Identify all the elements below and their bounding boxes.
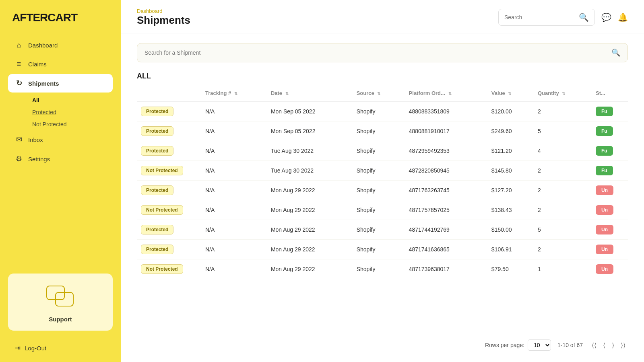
- table-row[interactable]: Not Protected N/A Mon Aug 29 2022 Shopif…: [137, 259, 628, 279]
- table-row[interactable]: Protected N/A Mon Aug 29 2022 Shopify 48…: [137, 220, 628, 240]
- logout-icon: ⇥: [14, 343, 21, 352]
- sidebar-item-shipments-label: Shipments: [28, 80, 59, 87]
- table-row[interactable]: Not Protected N/A Tue Aug 30 2022 Shopif…: [137, 161, 628, 181]
- support-box[interactable]: Support: [8, 274, 113, 331]
- topbar: Dashboard Shipments 🔍 💬 🔔: [121, 0, 644, 33]
- cell-value-7: $106.91: [487, 240, 534, 259]
- col-header-value[interactable]: Value ⇅: [487, 85, 534, 101]
- table-row[interactable]: Protected N/A Mon Sep 05 2022 Shopify 48…: [137, 101, 628, 121]
- cell-quantity-1: 5: [534, 121, 592, 141]
- sub-nav-not-protected[interactable]: Not Protected: [27, 118, 113, 130]
- cell-value-4: $127.20: [487, 181, 534, 200]
- fulfillment-badge: Fu: [596, 126, 613, 136]
- last-page-button[interactable]: ⟩⟩: [618, 340, 628, 351]
- col-header-status: [137, 85, 201, 101]
- shipments-sub-nav: All Protected Not Protected: [8, 94, 113, 130]
- cell-platform-ord-0: 4880883351809: [405, 101, 487, 121]
- inbox-icon: ✉: [14, 135, 23, 144]
- fulfillment-badge: Fu: [596, 166, 613, 175]
- protection-badge: Protected: [141, 185, 173, 195]
- cell-tracking-8: N/A: [201, 259, 267, 279]
- cell-source-6: Shopify: [353, 220, 405, 240]
- shipments-table: Tracking # ⇅ Date ⇅ Source ⇅ Platform Or…: [137, 85, 628, 279]
- prev-page-button[interactable]: ⟨: [601, 340, 608, 351]
- sub-nav-protected[interactable]: Protected: [27, 106, 113, 118]
- sidebar-item-shipments[interactable]: ↻ Shipments: [8, 74, 113, 93]
- home-icon: ⌂: [14, 41, 23, 49]
- cell-badge-7: Protected: [137, 240, 201, 259]
- topbar-bell-icon[interactable]: 🔔: [618, 12, 628, 22]
- sidebar-item-dashboard[interactable]: ⌂ Dashboard: [8, 36, 113, 54]
- fulfillment-badge: Fu: [596, 146, 613, 156]
- sidebar-item-settings[interactable]: ⚙ Settings: [8, 150, 113, 168]
- first-page-button[interactable]: ⟨⟨: [589, 340, 599, 351]
- cell-date-5: Mon Aug 29 2022: [267, 200, 353, 220]
- sub-nav-all[interactable]: All: [27, 94, 113, 106]
- logout-button[interactable]: ⇥ Log-Out: [14, 343, 106, 352]
- sidebar-item-dashboard-label: Dashboard: [28, 42, 58, 49]
- table-row[interactable]: Protected N/A Tue Aug 30 2022 Shopify 48…: [137, 141, 628, 161]
- cell-platform-ord-2: 4872959492353: [405, 141, 487, 161]
- cell-quantity-0: 2: [534, 101, 592, 121]
- table-row[interactable]: Protected N/A Mon Aug 29 2022 Shopify 48…: [137, 240, 628, 259]
- page-header: Dashboard Shipments: [137, 8, 190, 27]
- topbar-chat-icon[interactable]: 💬: [601, 12, 611, 22]
- cell-value-3: $145.80: [487, 161, 534, 181]
- col-header-status-col[interactable]: St...: [592, 85, 628, 101]
- page-info: 1-10 of 67: [557, 342, 583, 348]
- topbar-search-icon: 🔍: [579, 12, 589, 22]
- shipment-search-box[interactable]: 🔍: [137, 43, 628, 62]
- table-row[interactable]: Protected N/A Mon Sep 05 2022 Shopify 48…: [137, 121, 628, 141]
- logo: AFTERCART: [12, 11, 109, 24]
- col-header-platform-ord[interactable]: Platform Ord... ⇅: [405, 85, 487, 101]
- shipment-search-input[interactable]: [144, 49, 607, 56]
- cell-fulfillment-1: Fu: [592, 121, 628, 141]
- shipments-icon: ↻: [14, 79, 23, 88]
- table-row[interactable]: Protected N/A Mon Aug 29 2022 Shopify 48…: [137, 181, 628, 200]
- col-header-source[interactable]: Source ⇅: [353, 85, 405, 101]
- logout-area[interactable]: ⇥ Log-Out: [0, 337, 121, 362]
- sidebar-item-claims[interactable]: ≡ Claims: [8, 55, 113, 73]
- topbar-search-box[interactable]: 🔍: [498, 9, 595, 26]
- protection-badge: Protected: [141, 245, 173, 254]
- settings-icon: ⚙: [14, 154, 23, 163]
- cell-value-8: $79.50: [487, 259, 534, 279]
- cell-date-3: Tue Aug 30 2022: [267, 161, 353, 181]
- support-label: Support: [49, 316, 72, 323]
- cell-source-8: Shopify: [353, 259, 405, 279]
- table-row[interactable]: Not Protected N/A Mon Aug 29 2022 Shopif…: [137, 200, 628, 220]
- page-title: Shipments: [137, 14, 190, 27]
- sidebar: AFTERCART ⌂ Dashboard ≡ Claims ↻ Shipmen…: [0, 0, 121, 362]
- fulfillment-badge: Un: [596, 225, 613, 234]
- chat-bubbles-icon: [46, 286, 74, 308]
- col-header-quantity[interactable]: Quantity ⇅: [534, 85, 592, 101]
- cell-tracking-6: N/A: [201, 220, 267, 240]
- cell-badge-3: Not Protected: [137, 161, 201, 181]
- sidebar-item-inbox[interactable]: ✉ Inbox: [8, 130, 113, 149]
- next-page-button[interactable]: ⟩: [609, 340, 617, 351]
- rows-per-page-label: Rows per page:: [485, 342, 524, 348]
- breadcrumb: Dashboard: [137, 8, 190, 14]
- main-content: Dashboard Shipments 🔍 💬 🔔 🔍 ALL: [121, 0, 644, 362]
- table-header-row: Tracking # ⇅ Date ⇅ Source ⇅ Platform Or…: [137, 85, 628, 101]
- col-header-date[interactable]: Date ⇅: [267, 85, 353, 101]
- cell-badge-2: Protected: [137, 141, 201, 161]
- cell-tracking-1: N/A: [201, 121, 267, 141]
- cell-tracking-7: N/A: [201, 240, 267, 259]
- cell-source-0: Shopify: [353, 101, 405, 121]
- rows-per-page-select[interactable]: 10 25 50: [528, 339, 551, 351]
- cell-platform-ord-1: 4880881910017: [405, 121, 487, 141]
- cell-platform-ord-4: 4871763263745: [405, 181, 487, 200]
- cell-fulfillment-6: Un: [592, 220, 628, 240]
- cell-tracking-2: N/A: [201, 141, 267, 161]
- cell-tracking-5: N/A: [201, 200, 267, 220]
- cell-fulfillment-4: Un: [592, 181, 628, 200]
- cell-value-6: $150.00: [487, 220, 534, 240]
- table-body: Protected N/A Mon Sep 05 2022 Shopify 48…: [137, 101, 628, 279]
- topbar-search-input[interactable]: [504, 14, 576, 21]
- sidebar-item-inbox-label: Inbox: [28, 136, 43, 143]
- cell-date-1: Mon Sep 05 2022: [267, 121, 353, 141]
- cell-value-1: $249.60: [487, 121, 534, 141]
- all-label: ALL: [137, 72, 628, 80]
- col-header-tracking[interactable]: Tracking # ⇅: [201, 85, 267, 101]
